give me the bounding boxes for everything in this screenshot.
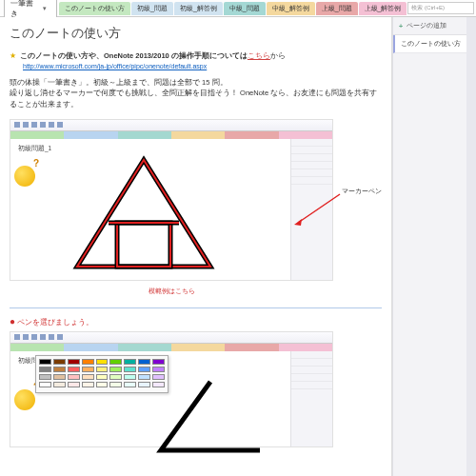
arrow-icon (292, 192, 342, 227)
color-swatch (53, 374, 66, 380)
screenshot-example: 初級問題_1 マーカーペン (10, 119, 333, 281)
color-swatch (152, 367, 165, 372)
plus-icon: + (399, 23, 403, 30)
color-swatch (152, 382, 165, 387)
color-swatch (124, 367, 136, 372)
chevron-down-icon: ▾ (43, 5, 47, 12)
color-swatch (109, 367, 122, 372)
color-swatch (82, 367, 94, 372)
color-swatch (109, 374, 122, 380)
add-page-button[interactable]: + ページの追加 (393, 17, 466, 35)
color-swatch (152, 359, 165, 365)
svg-line-6 (298, 194, 340, 223)
color-swatch (109, 382, 122, 387)
tab-intermediate-a[interactable]: 中級_解答例 (267, 2, 315, 15)
color-swatch (82, 382, 94, 387)
color-swatch (39, 359, 51, 365)
page-list-panel: + ページの追加 このノートの使い方 (392, 17, 476, 476)
color-swatch (39, 374, 51, 380)
separator (10, 307, 382, 308)
tab-beginner-a[interactable]: 初級_解答例 (174, 2, 223, 15)
color-swatch (124, 382, 136, 387)
color-swatch (138, 359, 150, 365)
svg-marker-7 (294, 219, 302, 226)
color-swatch (39, 367, 51, 372)
color-swatch (96, 367, 109, 372)
screenshot-tabs (10, 131, 332, 139)
color-swatch (138, 374, 150, 380)
example-caption: 模範例はこちら (10, 287, 333, 296)
ms-link[interactable]: http://www.microsoft.com/ja-jp/office/pi… (23, 63, 382, 69)
color-swatch (68, 382, 80, 387)
tab-intermediate-q[interactable]: 中級_問題 (224, 2, 266, 15)
color-swatch (53, 367, 66, 372)
scrollbar[interactable] (466, 17, 476, 476)
triangle-partial (153, 378, 268, 454)
color-swatch (96, 382, 109, 387)
tab-beginner-q[interactable]: 初級_問題 (131, 2, 173, 15)
thinking-face-icon (14, 389, 35, 410)
notebook-name: 一筆書き (10, 0, 39, 19)
pen-color-palette (35, 355, 169, 393)
star-icon: ★ (10, 51, 16, 60)
color-swatch (96, 374, 109, 380)
body-text: 頭の体操「一筆書き」。初級～上級まで、問題は全部で 15 問。 繰り返し消せるマ… (10, 77, 382, 109)
color-swatch (82, 359, 94, 365)
color-swatch (138, 367, 150, 372)
page-title: このノートの使い方 (10, 25, 382, 42)
thinking-face-icon (14, 166, 35, 187)
page-list-item[interactable]: このノートの使い方 (393, 35, 466, 53)
svg-marker-1 (77, 160, 210, 267)
color-swatch (68, 359, 80, 365)
color-swatch (138, 382, 150, 387)
tab-howto[interactable]: このノートの使い方 (59, 2, 130, 15)
color-swatch (68, 367, 80, 372)
marker-pen-label: マーカーペン (342, 187, 382, 196)
color-swatch (82, 374, 94, 380)
page-canvas[interactable]: このノートの使い方 ★ このノートの使い方や、OneNote 2013/2010… (0, 17, 392, 476)
color-swatch (124, 359, 136, 365)
svg-marker-0 (77, 160, 210, 267)
color-swatch (53, 382, 66, 387)
color-swatch (152, 374, 165, 380)
step-heading: ● ペンを選びましょう。 (10, 316, 382, 327)
search-input[interactable]: 検索 (Ctrl+E) (407, 2, 474, 14)
question-label: 初級問題_1 (18, 145, 51, 153)
tab-advanced-a[interactable]: 上級_解答例 (359, 2, 407, 15)
tab-advanced-q[interactable]: 上級_問題 (316, 2, 358, 15)
intro-link[interactable]: こちら (248, 51, 270, 60)
intro-text: このノートの使い方や、OneNote 2013/2010 の操作手順についてはこ… (20, 51, 286, 61)
color-swatch (53, 359, 66, 365)
color-swatch (39, 382, 51, 387)
svg-rect-2 (117, 223, 170, 267)
svg-rect-3 (117, 223, 170, 267)
color-swatch (96, 359, 109, 365)
ribbon (10, 120, 332, 131)
color-swatch (124, 374, 136, 380)
screenshot-pen-picker: 初級問題_1 (10, 331, 333, 447)
color-swatch (68, 374, 80, 380)
color-swatch (109, 359, 122, 365)
triangle-figure (68, 154, 220, 272)
